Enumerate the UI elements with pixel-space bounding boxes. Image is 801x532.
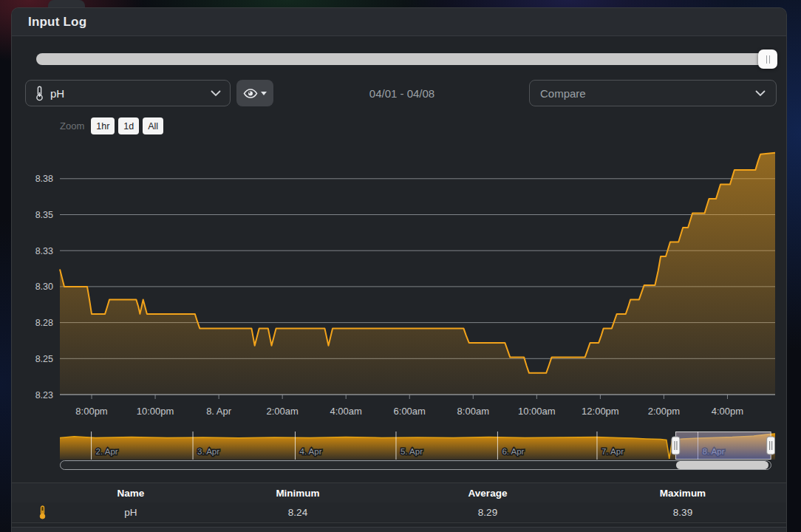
y-axis-label: 8.38 xyxy=(35,174,53,184)
x-axis-label: 4:00pm xyxy=(712,406,743,417)
scrollbar-thumb[interactable] xyxy=(676,461,768,469)
x-axis-label: 10:00pm xyxy=(137,406,174,417)
compare-select[interactable]: Compare xyxy=(529,80,777,106)
caret-down-icon xyxy=(261,92,267,95)
y-axis-label: 8.28 xyxy=(35,318,53,328)
x-axis-label: 10:00am xyxy=(518,406,556,417)
input-log-panel: Input Log pH 04/01 - 04/08 Compare Zoom xyxy=(11,7,787,532)
navigator-selection xyxy=(675,432,771,460)
row-name: pH xyxy=(57,502,205,522)
navigator-handle-left[interactable] xyxy=(672,437,680,454)
day-label: 6. Apr xyxy=(502,447,524,456)
col-name: Name xyxy=(57,483,205,502)
visibility-toggle-button[interactable] xyxy=(236,80,273,106)
day-label: 3. Apr xyxy=(197,447,219,456)
x-axis-label: 2:00am xyxy=(266,406,298,417)
eye-icon xyxy=(243,89,258,98)
zoom-1d-button[interactable]: 1d xyxy=(118,117,139,134)
next-section-strip xyxy=(12,527,786,532)
row-average: 8.29 xyxy=(414,502,562,522)
chevron-down-icon xyxy=(211,90,221,97)
row-maximum: 8.39 xyxy=(609,502,757,522)
col-maximum: Maximum xyxy=(609,483,757,502)
compare-select-placeholder: Compare xyxy=(540,87,586,100)
chart-navigator[interactable]: 2. Apr3. Apr4. Apr5. Apr6. Apr7. Apr8. A… xyxy=(60,432,775,460)
y-axis-label: 8.35 xyxy=(35,210,53,220)
zoom-all-button[interactable]: All xyxy=(143,117,163,134)
x-axis-label: 2:00pm xyxy=(648,406,680,417)
zoom-controls: Zoom 1hr 1d All xyxy=(60,117,163,134)
sensor-select-value: pH xyxy=(50,87,64,100)
ph-area-fill xyxy=(60,153,775,395)
col-minimum: Minimum xyxy=(224,483,372,502)
x-axis-label: 6:00am xyxy=(394,406,426,417)
thermometer-icon xyxy=(35,86,44,101)
y-axis-label: 8.23 xyxy=(35,390,53,400)
top-range-slider[interactable] xyxy=(36,53,775,65)
navigator-handle-right[interactable] xyxy=(767,437,775,454)
y-axis-label: 8.30 xyxy=(35,282,53,292)
navigator-layers: 2. Apr3. Apr4. Apr5. Apr6. Apr7. Apr8. A… xyxy=(60,432,775,460)
x-axis-label: 4:00am xyxy=(330,406,362,417)
panel-header: Input Log xyxy=(12,8,786,36)
slider-handle[interactable] xyxy=(758,50,777,69)
x-axis-label: 12:00pm xyxy=(582,406,619,417)
day-label: 5. Apr xyxy=(400,447,423,456)
col-average: Average xyxy=(414,483,562,502)
date-range-label: 04/01 - 04/08 xyxy=(328,80,476,106)
ph-chart[interactable]: 8.388.358.338.308.288.258.238:00pm10:00p… xyxy=(12,146,788,426)
table-row[interactable]: pH 8.24 8.29 8.39 xyxy=(12,502,786,522)
day-label: 4. Apr xyxy=(299,447,321,456)
chart-layers: 8.388.358.338.308.288.258.238:00pm10:00p… xyxy=(35,153,775,417)
x-axis-label: 8:00pm xyxy=(75,406,107,417)
zoom-1hr-button[interactable]: 1hr xyxy=(91,117,115,134)
navigator-scrollbar[interactable] xyxy=(60,460,771,470)
sensor-select[interactable]: pH xyxy=(25,80,231,106)
day-label: 2. Apr xyxy=(96,447,118,456)
background-tab-stub xyxy=(48,0,85,7)
row-minimum: 8.24 xyxy=(224,502,372,522)
x-axis-label: 8:00am xyxy=(457,406,489,417)
y-axis-label: 8.25 xyxy=(35,354,53,364)
stats-header-row: Name Minimum Average Maximum xyxy=(12,483,786,502)
day-label: 7. Apr xyxy=(601,447,624,456)
x-axis-label: 8. Apr xyxy=(206,406,232,417)
page-title: Input Log xyxy=(28,15,86,30)
chevron-down-icon xyxy=(755,90,766,97)
thermometer-icon xyxy=(33,502,52,522)
zoom-label: Zoom xyxy=(60,120,84,132)
y-axis-label: 8.33 xyxy=(35,246,53,256)
